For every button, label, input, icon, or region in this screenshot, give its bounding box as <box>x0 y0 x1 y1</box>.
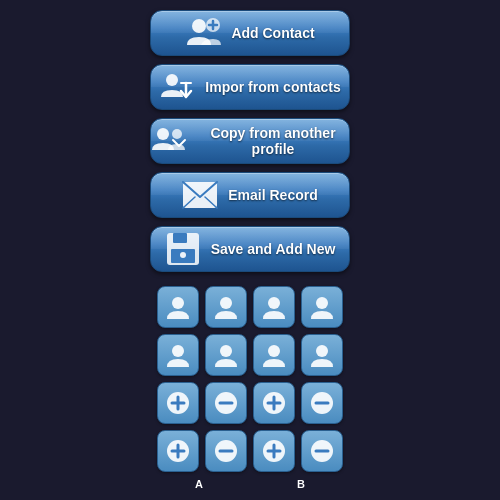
import-contacts-icon <box>159 69 195 105</box>
avatar-grid: A B <box>150 286 350 490</box>
svg-point-22 <box>268 345 280 357</box>
add-contact-label: Add Contact <box>231 25 314 41</box>
svg-point-20 <box>172 345 184 357</box>
remove-button-2[interactable] <box>301 382 343 424</box>
avatar-2 <box>205 286 247 328</box>
svg-rect-13 <box>173 233 187 243</box>
add-contact-icon <box>185 15 221 51</box>
svg-point-19 <box>316 297 328 309</box>
action-row-2 <box>150 430 350 472</box>
svg-point-21 <box>220 345 232 357</box>
add-button-1[interactable] <box>157 382 199 424</box>
save-add-new-label: Save and Add New <box>211 241 336 257</box>
grid-label-a: A <box>154 478 244 490</box>
avatar-row-2 <box>150 334 350 376</box>
save-add-icon <box>165 231 201 267</box>
grid-labels: A B <box>150 478 350 490</box>
svg-point-7 <box>157 128 169 140</box>
add-contact-button[interactable]: Add Contact <box>150 10 350 56</box>
avatar-5 <box>157 334 199 376</box>
grid-label-b: B <box>256 478 346 490</box>
copy-profile-icon <box>151 123 187 159</box>
email-record-button[interactable]: Email Record <box>150 172 350 218</box>
copy-profile-label: Copy from another profile <box>197 125 349 157</box>
remove-button-4[interactable] <box>301 430 343 472</box>
avatar-3 <box>253 286 295 328</box>
copy-profile-button[interactable]: Copy from another profile <box>150 118 350 164</box>
save-add-new-button[interactable]: Save and Add New <box>150 226 350 272</box>
remove-button-3[interactable] <box>205 430 247 472</box>
add-button-4[interactable] <box>253 430 295 472</box>
email-record-label: Email Record <box>228 187 317 203</box>
avatar-1 <box>157 286 199 328</box>
email-icon <box>182 177 218 213</box>
avatar-7 <box>253 334 295 376</box>
avatar-row-1 <box>150 286 350 328</box>
import-contacts-label: Impor from contacts <box>205 79 340 95</box>
action-row-1 <box>150 382 350 424</box>
add-button-2[interactable] <box>253 382 295 424</box>
add-button-3[interactable] <box>157 430 199 472</box>
svg-point-18 <box>268 297 280 309</box>
svg-point-15 <box>180 252 186 258</box>
svg-point-17 <box>220 297 232 309</box>
svg-point-16 <box>172 297 184 309</box>
svg-point-8 <box>172 129 182 139</box>
svg-point-0 <box>192 19 206 33</box>
remove-button-1[interactable] <box>205 382 247 424</box>
avatar-6 <box>205 334 247 376</box>
svg-point-4 <box>166 74 178 86</box>
svg-point-23 <box>316 345 328 357</box>
avatar-8 <box>301 334 343 376</box>
avatar-4 <box>301 286 343 328</box>
import-contacts-button[interactable]: Impor from contacts <box>150 64 350 110</box>
